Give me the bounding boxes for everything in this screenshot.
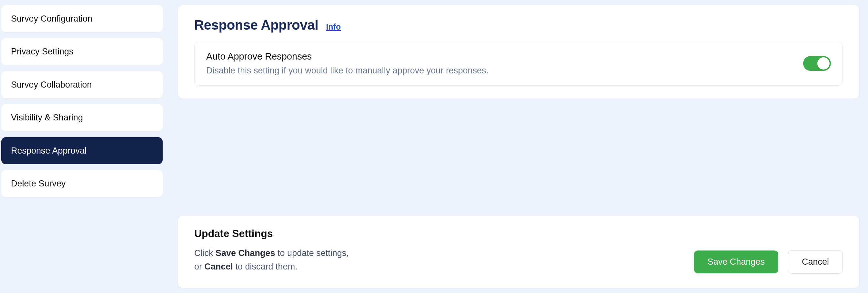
button-row: Save Changes Cancel: [694, 250, 843, 274]
sidebar-item-label: Privacy Settings: [11, 47, 73, 57]
sidebar-item-visibility-sharing[interactable]: Visibility & Sharing: [1, 104, 163, 131]
update-desc-strong-cancel: Cancel: [205, 262, 233, 271]
response-approval-panel: Response Approval Info Auto Approve Resp…: [178, 5, 859, 99]
sidebar: Survey Configuration Privacy Settings Su…: [1, 5, 163, 288]
cancel-button[interactable]: Cancel: [788, 250, 843, 274]
main-column: Response Approval Info Auto Approve Resp…: [178, 5, 868, 288]
sidebar-item-delete-survey[interactable]: Delete Survey: [1, 170, 163, 197]
panel-header: Response Approval Info: [194, 17, 843, 33]
setting-text: Auto Approve Responses Disable this sett…: [206, 51, 489, 76]
update-desc-strong-save: Save Changes: [216, 248, 275, 258]
sidebar-item-label: Survey Collaboration: [11, 80, 92, 89]
update-desc-pre: Click: [194, 248, 216, 258]
sidebar-item-privacy-settings[interactable]: Privacy Settings: [1, 38, 163, 65]
page-title: Response Approval: [194, 17, 318, 33]
toggle-knob: [817, 57, 830, 70]
sidebar-item-label: Delete Survey: [11, 179, 66, 188]
setting-description: Disable this setting if you would like t…: [206, 66, 489, 76]
update-desc-line2-post: to discard them.: [233, 262, 298, 271]
update-title: Update Settings: [194, 228, 349, 240]
sidebar-item-label: Visibility & Sharing: [11, 113, 83, 122]
sidebar-item-label: Survey Configuration: [11, 14, 92, 24]
sidebar-item-survey-collaboration[interactable]: Survey Collaboration: [1, 71, 163, 98]
update-desc-line2-pre: or: [194, 262, 205, 271]
info-link[interactable]: Info: [326, 22, 341, 32]
update-settings-panel: Update Settings Click Save Changes to up…: [178, 216, 859, 288]
update-left: Update Settings Click Save Changes to up…: [194, 228, 349, 274]
save-changes-button[interactable]: Save Changes: [694, 251, 778, 273]
spacer: [178, 99, 859, 208]
update-desc-mid: to update settings,: [275, 248, 349, 258]
sidebar-item-response-approval[interactable]: Response Approval: [1, 137, 163, 164]
sidebar-item-label: Response Approval: [11, 146, 87, 155]
auto-approve-toggle[interactable]: [803, 56, 831, 71]
sidebar-item-survey-configuration[interactable]: Survey Configuration: [1, 5, 163, 32]
update-description: Click Save Changes to update settings, o…: [194, 247, 349, 274]
setting-title: Auto Approve Responses: [206, 51, 489, 62]
auto-approve-setting-card: Auto Approve Responses Disable this sett…: [194, 42, 843, 86]
